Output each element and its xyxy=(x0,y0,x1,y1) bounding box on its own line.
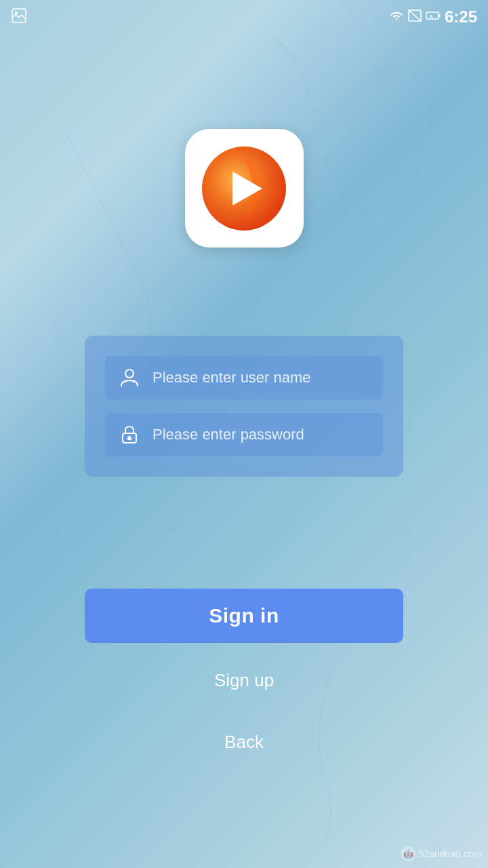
app-logo-container xyxy=(185,129,304,248)
app-logo-icon xyxy=(200,144,288,233)
svg-point-11 xyxy=(125,381,127,383)
battery-icon xyxy=(426,11,441,23)
watermark-icon: 🤖 xyxy=(401,846,415,861)
user-icon xyxy=(117,367,142,389)
login-card xyxy=(85,336,403,477)
svg-point-15 xyxy=(129,436,131,438)
lock-icon xyxy=(117,424,142,446)
wifi-icon xyxy=(389,10,404,24)
svg-line-5 xyxy=(408,9,422,22)
status-bar-left xyxy=(11,7,27,26)
svg-point-10 xyxy=(125,370,134,378)
svg-point-12 xyxy=(133,381,135,383)
gallery-icon xyxy=(11,7,27,26)
status-bar-right: 6:25 xyxy=(389,7,477,26)
sim-icon xyxy=(408,9,422,24)
main-content: Sign in Sign up Back xyxy=(0,0,488,868)
signin-button[interactable]: Sign in xyxy=(85,589,403,643)
watermark: 🤖 52android.com xyxy=(401,846,481,861)
status-time: 6:25 xyxy=(445,7,477,26)
back-link[interactable]: Back xyxy=(224,732,264,753)
password-input-row[interactable] xyxy=(105,413,383,456)
svg-rect-6 xyxy=(426,12,439,19)
password-input[interactable] xyxy=(152,426,371,443)
watermark-text: 52android.com xyxy=(418,848,481,859)
signup-link[interactable]: Sign up xyxy=(214,670,274,691)
svg-rect-7 xyxy=(439,14,441,17)
username-input[interactable] xyxy=(152,369,371,387)
status-bar: 6:25 xyxy=(0,0,488,34)
username-input-row[interactable] xyxy=(105,356,383,399)
